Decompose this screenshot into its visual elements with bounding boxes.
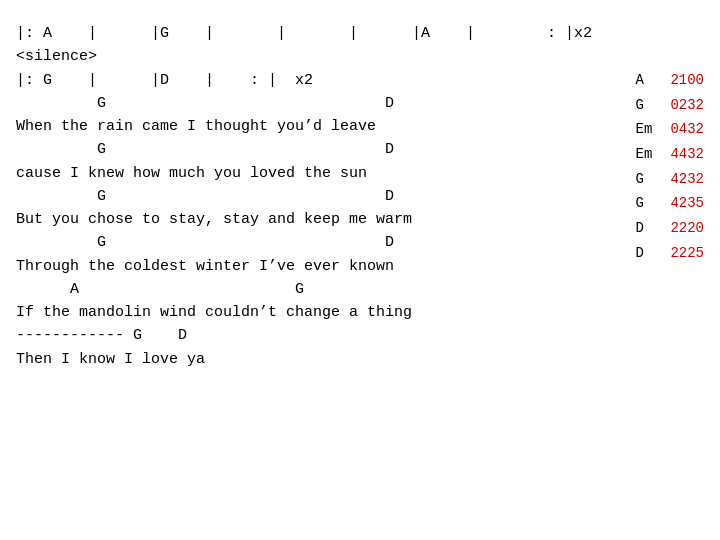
lyric-line: ------------ G D — [16, 324, 616, 347]
chord-name: D — [636, 218, 653, 240]
lyric-line: But you chose to stay, stay and keep me … — [16, 208, 616, 231]
chord-fret: 4432 — [670, 144, 704, 166]
lyric-line: G D — [16, 185, 616, 208]
chord-names: AGEmEmGGDD — [636, 70, 653, 265]
chord-fret: 0232 — [670, 95, 704, 117]
lyric-line: G D — [16, 92, 616, 115]
chord-fret: 2225 — [670, 243, 704, 265]
lyric-line: |: A | |G | | | |A | : |x2 — [16, 22, 616, 45]
lyric-line: <silence> — [16, 45, 616, 68]
lyric-line: Then I know I love ya — [16, 348, 616, 371]
chord-fret: 4235 — [670, 193, 704, 215]
lyric-line: Through the coldest winter I’ve ever kno… — [16, 255, 616, 278]
lyrics-section: |: A | |G | | | |A | : |x2<silence>|: G … — [16, 22, 616, 371]
chord-fret: 2220 — [670, 218, 704, 240]
chord-name: G — [636, 169, 653, 191]
lyric-line: When the rain came I thought you’d leave — [16, 115, 616, 138]
lyric-line: If the mandolin wind couldn’t change a t… — [16, 301, 616, 324]
chord-name: G — [636, 193, 653, 215]
lyric-line: |: G | |D | : | x2 — [16, 69, 616, 92]
chord-name: A — [636, 70, 653, 92]
chord-fret: 4232 — [670, 169, 704, 191]
lyric-line: A G — [16, 278, 616, 301]
lyric-line: cause I knew how much you loved the sun — [16, 162, 616, 185]
lyric-line: G D — [16, 138, 616, 161]
chord-name: G — [636, 95, 653, 117]
chord-name: Em — [636, 144, 653, 166]
lyric-line: G D — [16, 231, 616, 254]
chord-fret: 0432 — [670, 119, 704, 141]
chord-name: Em — [636, 119, 653, 141]
chord-fret: 2100 — [670, 70, 704, 92]
chord-frets: 21000232043244324232423522202225 — [670, 70, 704, 265]
chord-name: D — [636, 243, 653, 265]
